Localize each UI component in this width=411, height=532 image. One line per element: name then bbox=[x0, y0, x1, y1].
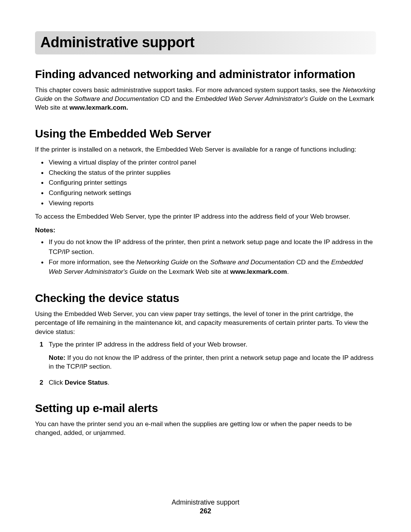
text-fragment: CD and the bbox=[295, 258, 331, 266]
note-label: Note: bbox=[49, 354, 67, 361]
text-italic: Software and Documentation bbox=[74, 95, 159, 102]
step-note: Note: If you do not know the IP address … bbox=[49, 353, 376, 371]
step-text: Type the printer IP address in the addre… bbox=[49, 340, 247, 348]
list-item: Configuring printer settings bbox=[49, 178, 376, 188]
page-number: 262 bbox=[0, 507, 411, 515]
text-fragment: . bbox=[287, 268, 289, 275]
text-bold: Device Status bbox=[65, 379, 108, 386]
steps-list: Type the printer IP address in the addre… bbox=[35, 340, 376, 387]
footer-title: Administrative support bbox=[0, 498, 411, 506]
list-item: Viewing a virtual display of the printer… bbox=[49, 158, 376, 168]
feature-list: Viewing a virtual display of the printer… bbox=[35, 158, 376, 208]
text-fragment: This chapter covers basic administrative… bbox=[35, 86, 342, 94]
section-heading-embedded-web-server: Using the Embedded Web Server bbox=[35, 127, 376, 141]
text-fragment: For more information, see the bbox=[49, 258, 136, 266]
section-heading-email-alerts: Setting up e-mail alerts bbox=[35, 401, 376, 415]
text-italic: Networking Guide bbox=[136, 258, 188, 266]
section1-paragraph: This chapter covers basic administrative… bbox=[35, 86, 376, 112]
text-fragment: CD and the bbox=[159, 95, 196, 102]
section3-intro: Using the Embedded Web Server, you can v… bbox=[35, 310, 376, 336]
section4-intro: You can have the printer send you an e-m… bbox=[35, 420, 376, 437]
list-item: Configuring network settings bbox=[49, 188, 376, 198]
list-item: Viewing reports bbox=[49, 198, 376, 208]
text-fragment: Click bbox=[49, 379, 65, 386]
list-item: Checking the status of the printer suppl… bbox=[49, 168, 376, 178]
text-bold-url: www.lexmark.com bbox=[230, 268, 287, 275]
section-heading-finding-info: Finding advanced networking and administ… bbox=[35, 67, 376, 81]
text-fragment: . bbox=[108, 379, 110, 386]
text-italic: Software and Documentation bbox=[210, 258, 295, 266]
text-fragment: on the bbox=[188, 258, 210, 266]
section-heading-device-status: Checking the device status bbox=[35, 291, 376, 305]
section2-access: To access the Embedded Web Server, type … bbox=[35, 212, 376, 221]
list-item: For more information, see the Networking… bbox=[49, 257, 376, 277]
notes-label: Notes: bbox=[35, 226, 376, 234]
page-footer: Administrative support 262 bbox=[0, 498, 411, 515]
text-fragment: on the bbox=[53, 95, 74, 102]
text-fragment: on the Lexmark Web site at bbox=[147, 268, 230, 275]
text-bold-url: www.lexmark.com. bbox=[69, 104, 128, 111]
step-item: Click Device Status. bbox=[49, 378, 376, 387]
chapter-title: Administrative support bbox=[40, 34, 371, 51]
step-item: Type the printer IP address in the addre… bbox=[49, 340, 376, 371]
document-page: Administrative support Finding advanced … bbox=[0, 0, 411, 437]
section2-intro: If the printer is installed on a network… bbox=[35, 145, 376, 154]
notes-list: If you do not know the IP address of the… bbox=[35, 237, 376, 277]
note-text: If you do not know the IP address of the… bbox=[49, 354, 374, 370]
chapter-title-bar: Administrative support bbox=[35, 31, 376, 54]
list-item: If you do not know the IP address of the… bbox=[49, 237, 376, 257]
text-italic: Embedded Web Server Administrator's Guid… bbox=[195, 95, 327, 102]
